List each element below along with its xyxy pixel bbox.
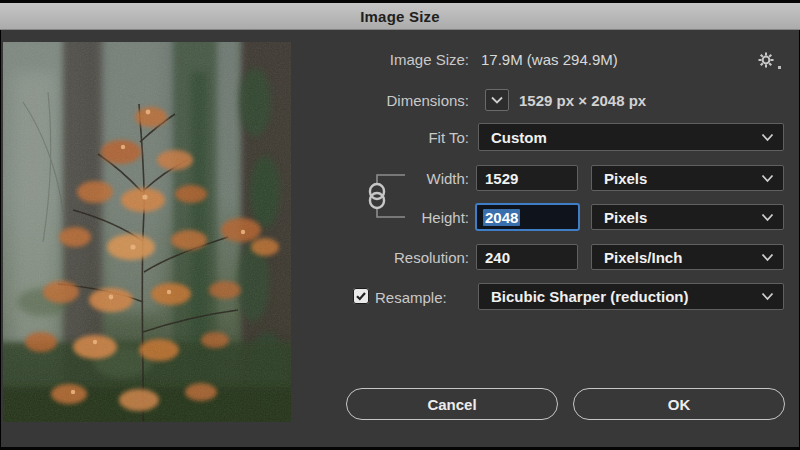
resample-checkbox[interactable] (353, 288, 369, 304)
resolution-unit-select[interactable]: Pixels/Inch (591, 244, 784, 270)
chevron-down-icon (761, 133, 774, 142)
chevron-down-icon (761, 292, 774, 301)
resolution-unit-value: Pixels/Inch (604, 249, 682, 266)
page-title: Image Size (360, 8, 440, 25)
height-unit-value: Pixels (604, 209, 647, 226)
dimensions-unit-dropdown-button[interactable] (485, 89, 509, 111)
height-unit-select[interactable]: Pixels (591, 204, 784, 230)
checkmark-icon (355, 290, 367, 302)
width-input[interactable] (476, 165, 578, 191)
width-label: Width: (301, 170, 469, 187)
height-input[interactable]: 2048 (475, 203, 580, 231)
fit-to-label: Fit To: (301, 129, 469, 146)
resample-method-value: Bicubic Sharper (reduction) (491, 288, 689, 305)
fit-to-selected-value: Custom (491, 129, 547, 146)
resample-label: Resample: (375, 289, 447, 306)
height-label: Height: (301, 209, 469, 226)
ok-button[interactable]: OK (573, 388, 785, 420)
dialog-body: Image Size: 17.9M (was 294.9M) Dimension… (0, 30, 800, 450)
height-selected-text: 2048 (483, 209, 520, 226)
cancel-button[interactable]: Cancel (346, 388, 558, 420)
title-bar: Image Size (0, 0, 800, 30)
resolution-label: Resolution: (301, 249, 469, 266)
image-size-label: Image Size: (301, 51, 469, 68)
dimensions-label: Dimensions: (301, 92, 469, 109)
image-size-value: 17.9M (was 294.9M) (481, 51, 618, 68)
menu-dot-icon (778, 66, 781, 69)
fit-to-select[interactable]: Custom (478, 123, 784, 151)
width-unit-select[interactable]: Pixels (591, 165, 784, 191)
chevron-down-icon (761, 213, 774, 222)
options-menu-button[interactable] (753, 48, 787, 74)
chevron-down-icon (490, 95, 504, 105)
image-size-dialog: Image Size (0, 0, 800, 450)
width-unit-value: Pixels (604, 170, 647, 187)
chevron-down-icon (761, 253, 774, 262)
forest-photo-illustration (3, 42, 291, 422)
dimensions-value: 1529 px × 2048 px (519, 92, 646, 109)
gear-icon (755, 50, 783, 72)
image-preview[interactable] (3, 42, 291, 422)
resample-method-select[interactable]: Bicubic Sharper (reduction) (478, 283, 784, 310)
chevron-down-icon (761, 174, 774, 183)
resolution-input[interactable] (476, 244, 578, 270)
